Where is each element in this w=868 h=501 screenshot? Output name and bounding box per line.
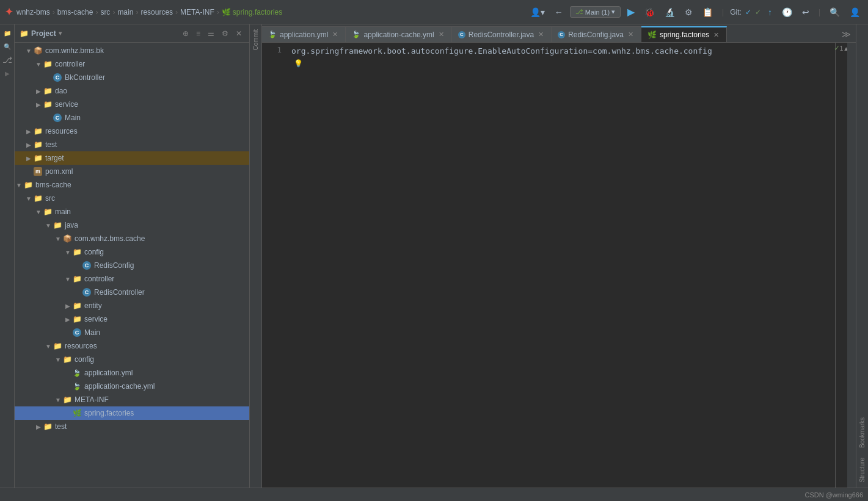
tab-icon-application-yml: 🍃 <box>268 31 277 38</box>
status-bar-right: CSDN @wming666 <box>804 491 863 499</box>
tree-item-java[interactable]: ▼ 📁 java <box>15 218 249 232</box>
breadcrumb-spring-factories[interactable]: 🌿 spring.factories <box>222 8 282 16</box>
tree-item-src[interactable]: ▼ 📁 src <box>15 192 249 205</box>
arrow-config: ▼ <box>64 249 72 256</box>
scroll-bar[interactable] <box>847 43 856 488</box>
breadcrumb-src[interactable]: src <box>100 8 110 16</box>
panel-chevron[interactable]: ▾ <box>59 30 62 37</box>
file-tree[interactable]: ▼ 📦 com.wnhz.bms.bk ▼ 📁 controller C BkC… <box>15 43 249 488</box>
tab-close-spring-factories[interactable]: ✕ <box>712 31 720 39</box>
breadcrumb-resources[interactable]: resources <box>140 8 173 16</box>
tree-item-config-res[interactable]: ▼ 📁 config <box>15 353 249 366</box>
tree-item-redis-controller[interactable]: C RedisController <box>15 286 249 299</box>
tab-label-application-cache-yml: application-cache.yml <box>363 31 434 39</box>
search-btn[interactable]: 🔍 <box>826 5 843 19</box>
label-config: config <box>84 248 104 256</box>
tree-item-target-bk[interactable]: ▶ 📁 target <box>15 151 249 165</box>
label-com-wnhz: com.wnhz.bms.bk <box>45 46 104 55</box>
collapse-all-btn[interactable]: ≡ <box>194 28 203 39</box>
gear-btn[interactable]: ⚙ <box>219 28 231 39</box>
tree-item-spring-factories[interactable]: 🌿 spring.factories <box>15 406 249 420</box>
git-icon-side[interactable]: ⎇ <box>1 54 13 66</box>
editor-gutter: ✓ 1 ▲ <box>835 43 847 488</box>
tree-item-com-wnhz-bms-bk[interactable]: ▼ 📦 com.wnhz.bms.bk <box>15 44 249 57</box>
back-icon-btn[interactable]: ← <box>552 5 566 19</box>
tab-close-redis-config[interactable]: ✕ <box>627 31 635 38</box>
git-check-1: ✓ <box>745 8 751 16</box>
tab-close-redis-controller[interactable]: ✕ <box>537 31 545 38</box>
breadcrumb-bms-cache[interactable]: bms-cache <box>57 8 93 16</box>
tree-item-com-wnhz-bms-cache[interactable]: ▼ 📦 com.wnhz.bms.cache <box>15 232 249 245</box>
breadcrumb-wnhz-bms[interactable]: wnhz-bms <box>16 8 50 16</box>
arrow-resources-bk: ▶ <box>24 128 33 135</box>
code-line-1: org.springframework.boot.autoconfigure.E… <box>291 45 830 57</box>
branch-button[interactable]: ⎇ Main (1) ▾ <box>570 6 621 18</box>
arrow-com-cache: ▼ <box>54 236 62 242</box>
run-icon-side[interactable]: ▶ <box>1 67 13 79</box>
history-btn[interactable]: 🕐 <box>779 5 795 19</box>
tree-item-service-cache[interactable]: ▶ 📁 service <box>15 312 249 326</box>
label-spring-factories: spring.factories <box>84 409 134 417</box>
label-resources-cache: resources <box>65 342 97 350</box>
breadcrumb-main[interactable]: main <box>117 8 133 16</box>
tab-close-application-yml[interactable]: ✕ <box>331 31 339 38</box>
tree-item-main-cache[interactable]: C Main <box>15 326 249 339</box>
project-panel: 📁 Project ▾ ⊕ ≡ ⚌ ⚙ ✕ ▼ 📦 com.wnhz.bms.b… <box>15 24 250 488</box>
settings-btn[interactable]: 👤 <box>847 5 863 19</box>
structure-sidebar-label[interactable]: Structure <box>857 453 867 488</box>
tab-close-application-cache-yml[interactable]: ✕ <box>437 31 445 38</box>
breadcrumb-meta-inf[interactable]: META-INF <box>180 8 214 16</box>
run-options-button[interactable]: ⚙ <box>682 5 696 19</box>
tree-item-config[interactable]: ▼ 📁 config <box>15 245 249 259</box>
tree-item-application-yml[interactable]: 🍃 application.yml <box>15 366 249 380</box>
tree-item-test-bk[interactable]: ▶ 📁 test <box>15 138 249 151</box>
tree-item-meta-inf[interactable]: ▼ 📁 META-INF <box>15 393 249 406</box>
sync-btn[interactable]: ⊕ <box>180 28 191 39</box>
file-tree-options-btn[interactable]: ⚌ <box>205 28 217 39</box>
label-redis-controller: RedisController <box>94 288 145 297</box>
tree-item-entity[interactable]: ▶ 📁 entity <box>15 299 249 312</box>
label-service-cache: service <box>84 315 108 323</box>
arrow-main: ▼ <box>34 209 43 215</box>
close-panel-btn[interactable]: ✕ <box>233 28 244 39</box>
folder-main-icon: 📁 <box>43 207 53 216</box>
code-editor[interactable]: org.springframework.boot.autoconfigure.E… <box>286 43 835 488</box>
toolbar-extra-1[interactable]: 📋 <box>699 5 716 19</box>
branch-icon: ⎇ <box>575 8 583 16</box>
tab-spring-factories[interactable]: 🌿 spring.factories ✕ <box>641 26 727 42</box>
undo-btn[interactable]: ↩ <box>799 5 812 19</box>
tree-item-bk-controller[interactable]: C BkController <box>15 71 249 84</box>
coverage-button[interactable]: 🔬 <box>662 5 678 19</box>
tree-item-controller-bk[interactable]: ▼ 📁 controller <box>15 57 249 71</box>
run-button[interactable]: ▶ <box>624 4 638 20</box>
tree-item-test-cache[interactable]: ▶ 📁 test <box>15 420 249 433</box>
label-main: main <box>55 207 71 216</box>
git-push-btn[interactable]: ↑ <box>765 5 775 19</box>
tab-redis-config-java[interactable]: C RedisConfig.java ✕ <box>552 26 641 42</box>
panel-title: 📁 Project ▾ <box>20 29 62 38</box>
label-controller-bk: controller <box>55 60 85 68</box>
commit-sidebar-label[interactable]: Commit <box>250 24 261 55</box>
tab-application-yml[interactable]: 🍃 application.yml ✕ <box>262 26 346 42</box>
tree-item-application-cache-yml[interactable]: 🍃 application-cache.yml <box>15 380 249 393</box>
tree-item-main-bk[interactable]: C Main <box>15 111 249 124</box>
tree-item-bms-cache[interactable]: ▼ 📁 bms-cache <box>15 178 249 192</box>
tree-item-dao[interactable]: ▶ 📁 dao <box>15 84 249 98</box>
find-icon[interactable]: 🔍 <box>1 40 13 52</box>
tree-item-controller-cache[interactable]: ▼ 📁 controller <box>15 272 249 286</box>
tree-item-main[interactable]: ▼ 📁 main <box>15 205 249 218</box>
debug-button[interactable]: 🐞 <box>641 5 658 19</box>
project-sidebar-toggle[interactable]: 📁 <box>1 27 13 39</box>
tree-item-resources-cache[interactable]: ▼ 📁 resources <box>15 339 249 353</box>
side-icon-bar: 📁 🔍 ⎇ ▶ <box>0 24 15 488</box>
tab-application-cache-yml[interactable]: 🍃 application-cache.yml ✕ <box>346 26 451 42</box>
bookmarks-sidebar-label[interactable]: Bookmarks <box>857 413 867 453</box>
tree-item-pom[interactable]: m pom.xml <box>15 165 249 178</box>
tree-item-redis-config[interactable]: C RedisConfig <box>15 259 249 272</box>
tree-item-service-bk[interactable]: ▶ 📁 service <box>15 98 249 111</box>
tab-redis-controller-java[interactable]: C RedisController.java ✕ <box>452 26 552 42</box>
tree-item-resources-bk[interactable]: ▶ 📁 resources <box>15 124 249 138</box>
tab-overflow-btn[interactable]: ≫ <box>837 26 856 42</box>
bulb-icon[interactable]: 💡 <box>294 57 303 70</box>
account-icon-btn[interactable]: 👤▾ <box>527 5 548 19</box>
